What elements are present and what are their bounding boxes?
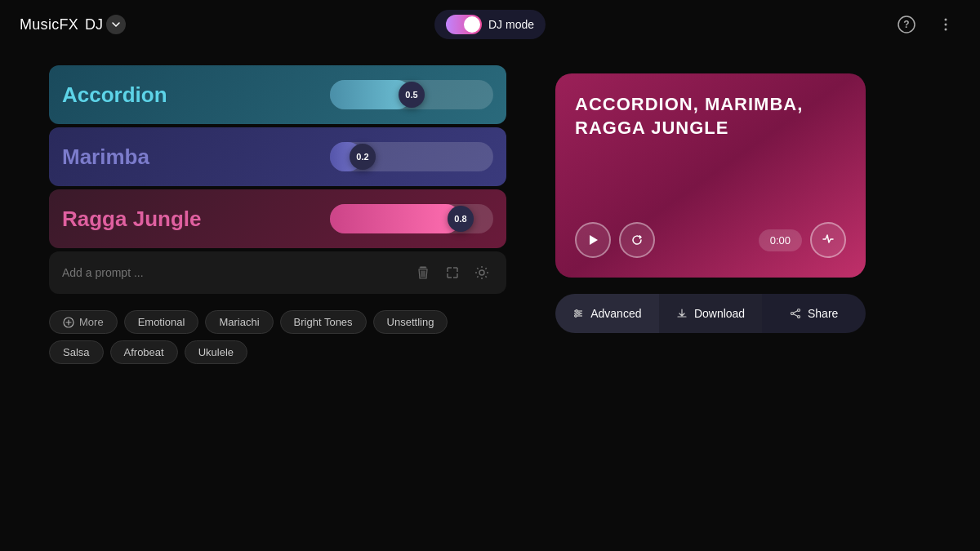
music-card-title: ACCORDION, MARIMBA,RAGGA JUNGLE <box>575 93 846 140</box>
svg-point-2 <box>945 19 947 21</box>
prompt-input[interactable] <box>62 266 403 279</box>
svg-point-3 <box>945 24 947 26</box>
prompt-icons <box>412 261 493 284</box>
advanced-button[interactable]: Advanced <box>555 294 659 333</box>
svg-point-5 <box>479 270 484 275</box>
tag-more[interactable]: More <box>49 310 118 334</box>
mode-dropdown-button[interactable] <box>106 15 126 34</box>
settings-prompt-button[interactable] <box>470 261 493 284</box>
left-panel: Accordion 0.5 Marimba 0.2 Ragga Jungle <box>49 65 506 364</box>
ragga-slider[interactable]: 0.8 <box>330 204 493 233</box>
tag-mariachi[interactable]: Mariachi <box>205 310 273 334</box>
delete-prompt-button[interactable] <box>412 261 434 284</box>
like-button[interactable] <box>810 222 846 258</box>
accordion-slider[interactable]: 0.5 <box>330 80 493 109</box>
svg-point-4 <box>945 29 947 31</box>
tag-bright-tones[interactable]: Bright Tones <box>280 310 367 334</box>
time-display: 0:00 <box>759 229 802 251</box>
marimba-row: Marimba 0.2 <box>49 127 506 186</box>
tag-salsa[interactable]: Salsa <box>49 340 104 364</box>
download-button[interactable]: Download <box>659 294 763 333</box>
accordion-slider-thumb[interactable]: 0.5 <box>399 82 425 108</box>
tag-unsettling[interactable]: Unsettling <box>373 310 448 334</box>
svg-point-11 <box>576 310 578 313</box>
card-right-controls: 0:00 <box>759 222 846 258</box>
share-button[interactable]: Share <box>762 294 866 333</box>
marimba-name: Marimba <box>62 144 149 170</box>
tag-ukulele[interactable]: Ukulele <box>185 340 247 364</box>
marimba-slider[interactable]: 0.2 <box>330 142 493 171</box>
ragga-row: Ragga Jungle 0.8 <box>49 189 506 248</box>
toggle-thumb <box>464 16 480 33</box>
prompt-row <box>49 251 506 294</box>
app-header: MusicFX DJ DJ mode ? <box>0 0 980 49</box>
action-buttons: Advanced Download Share <box>555 294 866 333</box>
svg-point-12 <box>578 313 581 315</box>
marimba-slider-thumb[interactable]: 0.2 <box>350 144 376 170</box>
accordion-row: Accordion 0.5 <box>49 65 506 124</box>
right-panel: ACCORDION, MARIMBA,RAGGA JUNGLE <box>555 65 931 333</box>
menu-button[interactable] <box>931 10 960 39</box>
tag-afrobeat[interactable]: Afrobeat <box>110 340 178 364</box>
play-button[interactable] <box>575 222 611 258</box>
header-right: ? <box>892 10 960 39</box>
help-button[interactable]: ? <box>892 10 921 39</box>
refresh-button[interactable] <box>619 222 655 258</box>
svg-point-13 <box>575 315 577 318</box>
dj-mode-toggle-container: DJ mode <box>434 10 546 39</box>
svg-marker-7 <box>590 235 598 245</box>
ragga-slider-fill <box>330 204 461 233</box>
music-card-controls: 0:00 <box>575 222 846 258</box>
tag-emotional[interactable]: Emotional <box>124 310 199 334</box>
dj-mode-label: DJ mode <box>488 18 534 31</box>
ragga-slider-thumb[interactable]: 0.8 <box>448 206 474 232</box>
mode-label: DJ <box>85 16 103 33</box>
playback-controls <box>575 222 655 258</box>
main-content: Accordion 0.5 Marimba 0.2 Ragga Jungle <box>0 49 980 551</box>
dj-mode-toggle[interactable]: DJ mode <box>434 10 546 39</box>
ragga-name: Ragga Jungle <box>62 207 201 232</box>
expand-prompt-button[interactable] <box>441 261 464 284</box>
toggle-track[interactable] <box>446 15 482 34</box>
app-logo: MusicFX <box>20 16 78 33</box>
accordion-name: Accordion <box>62 82 167 108</box>
music-card: ACCORDION, MARIMBA,RAGGA JUNGLE <box>555 73 866 278</box>
tags-row: More Emotional Mariachi Bright Tones Uns… <box>49 310 506 364</box>
svg-text:?: ? <box>903 19 909 30</box>
